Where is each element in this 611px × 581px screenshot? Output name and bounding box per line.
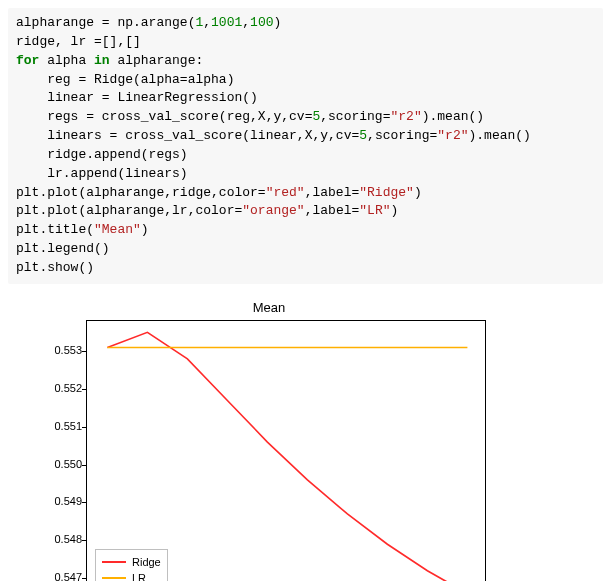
- y-tick-mark: [82, 427, 86, 428]
- code-line: lr.append(linears): [16, 166, 188, 181]
- series-line-ridge: [107, 332, 467, 581]
- code-line: linear = LinearRegression(): [16, 90, 258, 105]
- code-line: linears = cross_val_score(linear,X,y,cv=…: [16, 128, 531, 143]
- code-line: for alpha in alpharange:: [16, 53, 203, 68]
- chart-title: Mean: [34, 300, 504, 315]
- y-tick-label: 0.549: [34, 495, 82, 507]
- legend: Ridge LR: [95, 549, 168, 581]
- y-tick-label: 0.551: [34, 420, 82, 432]
- code-line: alpharange = np.arange(1,1001,100): [16, 15, 281, 30]
- legend-swatch: [102, 561, 126, 563]
- legend-label: Ridge: [132, 556, 161, 568]
- legend-entry-lr: LR: [102, 570, 161, 581]
- y-tick-mark: [82, 578, 86, 579]
- code-line: ridge, lr =[],[]: [16, 34, 141, 49]
- y-tick-label: 0.550: [34, 458, 82, 470]
- legend-label: LR: [132, 572, 146, 581]
- code-line: plt.plot(alpharange,lr,color="orange",la…: [16, 203, 398, 218]
- y-tick-mark: [82, 389, 86, 390]
- code-block: alpharange = np.arange(1,1001,100) ridge…: [8, 8, 603, 284]
- y-tick-mark: [82, 540, 86, 541]
- code-line: plt.legend(): [16, 241, 110, 256]
- code-line: plt.plot(alpharange,ridge,color="red",la…: [16, 185, 422, 200]
- plot-box: Ridge LR 0200400600800: [86, 320, 486, 581]
- y-tick-label: 0.553: [34, 344, 82, 356]
- code-line: plt.title("Mean"): [16, 222, 149, 237]
- y-tick-label: 0.548: [34, 533, 82, 545]
- y-tick-mark: [82, 351, 86, 352]
- y-tick-mark: [82, 465, 86, 466]
- plot-svg: [87, 321, 487, 581]
- legend-entry-ridge: Ridge: [102, 554, 161, 570]
- legend-swatch: [102, 577, 126, 579]
- y-tick-label: 0.547: [34, 571, 82, 581]
- code-line: ridge.append(regs): [16, 147, 188, 162]
- y-tick-label: 0.552: [34, 382, 82, 394]
- code-line: plt.show(): [16, 260, 94, 275]
- code-line: reg = Ridge(alpha=alpha): [16, 72, 234, 87]
- chart: Mean Ridge LR 0200400600800 CSDN @扔出去的回旋…: [34, 302, 504, 581]
- y-tick-mark: [82, 502, 86, 503]
- code-line: regs = cross_val_score(reg,X,y,cv=5,scor…: [16, 109, 484, 124]
